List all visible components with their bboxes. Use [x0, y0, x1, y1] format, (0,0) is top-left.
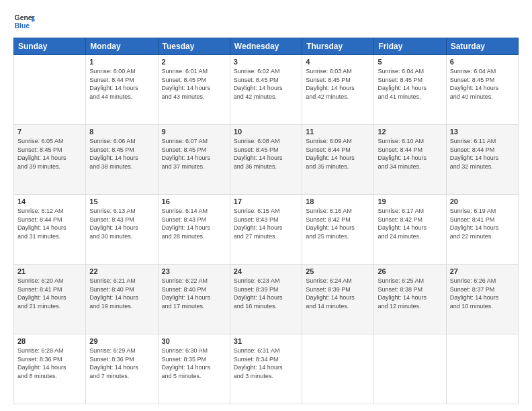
day-number: 21: [17, 267, 82, 275]
calendar-cell: 7Sunrise: 6:05 AMSunset: 8:45 PMDaylight…: [14, 125, 86, 195]
calendar-week-2: 7Sunrise: 6:05 AMSunset: 8:45 PMDaylight…: [14, 125, 519, 195]
day-number: 7: [17, 128, 82, 136]
calendar-cell: 19Sunrise: 6:17 AMSunset: 8:42 PMDayligh…: [374, 195, 446, 265]
day-number: 9: [162, 128, 226, 136]
weekday-header-saturday: Saturday: [446, 38, 518, 55]
calendar-cell: 8Sunrise: 6:06 AMSunset: 8:45 PMDaylight…: [86, 125, 158, 195]
weekday-header-wednesday: Wednesday: [230, 38, 302, 55]
day-info: Sunrise: 6:19 AMSunset: 8:41 PMDaylight:…: [450, 207, 515, 240]
calendar-cell: 11Sunrise: 6:09 AMSunset: 8:44 PMDayligh…: [302, 125, 374, 195]
calendar-cell: [374, 334, 446, 404]
day-info: Sunrise: 6:23 AMSunset: 8:39 PMDaylight:…: [234, 277, 298, 310]
calendar-cell: 2Sunrise: 6:01 AMSunset: 8:45 PMDaylight…: [158, 55, 230, 125]
calendar-body: 1Sunrise: 6:00 AMSunset: 8:44 PMDaylight…: [14, 55, 519, 404]
logo: General Blue: [13, 11, 35, 32]
svg-text:Blue: Blue: [15, 22, 30, 30]
page: General Blue SundayMondayTuesdayWednesda…: [0, 0, 532, 411]
day-info: Sunrise: 6:12 AMSunset: 8:44 PMDaylight:…: [17, 207, 82, 240]
day-info: Sunrise: 6:06 AMSunset: 8:45 PMDaylight:…: [89, 137, 154, 171]
day-number: 25: [306, 267, 370, 275]
day-info: Sunrise: 6:13 AMSunset: 8:43 PMDaylight:…: [89, 207, 154, 240]
logo-icon: General Blue: [13, 11, 35, 32]
day-number: 31: [234, 337, 298, 345]
day-info: Sunrise: 6:10 AMSunset: 8:44 PMDaylight:…: [378, 137, 442, 171]
day-info: Sunrise: 6:15 AMSunset: 8:43 PMDaylight:…: [234, 207, 298, 240]
calendar-cell: 3Sunrise: 6:02 AMSunset: 8:45 PMDaylight…: [230, 55, 302, 125]
calendar-week-1: 1Sunrise: 6:00 AMSunset: 8:44 PMDaylight…: [14, 55, 519, 125]
day-number: 26: [378, 267, 442, 275]
day-number: 29: [89, 337, 154, 345]
day-number: 15: [89, 197, 154, 205]
calendar-cell: 5Sunrise: 6:04 AMSunset: 8:45 PMDaylight…: [374, 55, 446, 125]
calendar-cell: 12Sunrise: 6:10 AMSunset: 8:44 PMDayligh…: [374, 125, 446, 195]
day-info: Sunrise: 6:22 AMSunset: 8:40 PMDaylight:…: [162, 277, 226, 310]
day-number: 5: [378, 58, 442, 66]
weekday-header-thursday: Thursday: [302, 38, 374, 55]
calendar-cell: 27Sunrise: 6:26 AMSunset: 8:37 PMDayligh…: [446, 265, 518, 334]
calendar-cell: 16Sunrise: 6:14 AMSunset: 8:43 PMDayligh…: [158, 195, 230, 265]
day-info: Sunrise: 6:24 AMSunset: 8:39 PMDaylight:…: [306, 277, 370, 310]
day-number: 3: [234, 58, 298, 66]
day-info: Sunrise: 6:11 AMSunset: 8:44 PMDaylight:…: [450, 137, 515, 171]
day-info: Sunrise: 6:20 AMSunset: 8:41 PMDaylight:…: [17, 277, 82, 310]
weekday-header-sunday: Sunday: [14, 38, 86, 55]
calendar-cell: 4Sunrise: 6:03 AMSunset: 8:45 PMDaylight…: [302, 55, 374, 125]
calendar-cell: 10Sunrise: 6:08 AMSunset: 8:45 PMDayligh…: [230, 125, 302, 195]
day-number: 23: [162, 267, 226, 275]
day-number: 13: [450, 128, 515, 136]
day-number: 12: [378, 128, 442, 136]
weekday-header-tuesday: Tuesday: [158, 38, 230, 55]
day-number: 30: [162, 337, 226, 345]
day-number: 18: [306, 197, 370, 205]
day-info: Sunrise: 6:08 AMSunset: 8:45 PMDaylight:…: [234, 137, 298, 171]
day-number: 28: [17, 337, 82, 345]
calendar-cell: 25Sunrise: 6:24 AMSunset: 8:39 PMDayligh…: [302, 265, 374, 334]
day-number: 24: [234, 267, 298, 275]
day-info: Sunrise: 6:30 AMSunset: 8:35 PMDaylight:…: [162, 347, 226, 380]
calendar-cell: [302, 334, 374, 404]
calendar-cell: 13Sunrise: 6:11 AMSunset: 8:44 PMDayligh…: [446, 125, 518, 195]
calendar-cell: 24Sunrise: 6:23 AMSunset: 8:39 PMDayligh…: [230, 265, 302, 334]
day-info: Sunrise: 6:09 AMSunset: 8:44 PMDaylight:…: [306, 137, 370, 171]
day-number: 1: [89, 58, 154, 66]
calendar-cell: 23Sunrise: 6:22 AMSunset: 8:40 PMDayligh…: [158, 265, 230, 334]
calendar-cell: 17Sunrise: 6:15 AMSunset: 8:43 PMDayligh…: [230, 195, 302, 265]
calendar-cell: 26Sunrise: 6:25 AMSunset: 8:38 PMDayligh…: [374, 265, 446, 334]
day-info: Sunrise: 6:28 AMSunset: 8:36 PMDaylight:…: [17, 347, 82, 380]
calendar-cell: 15Sunrise: 6:13 AMSunset: 8:43 PMDayligh…: [86, 195, 158, 265]
weekday-header-row: SundayMondayTuesdayWednesdayThursdayFrid…: [14, 38, 519, 55]
calendar-cell: 1Sunrise: 6:00 AMSunset: 8:44 PMDaylight…: [86, 55, 158, 125]
calendar-cell: 14Sunrise: 6:12 AMSunset: 8:44 PMDayligh…: [14, 195, 86, 265]
day-number: 10: [234, 128, 298, 136]
calendar-cell: [14, 55, 86, 125]
day-number: 22: [89, 267, 154, 275]
day-number: 14: [17, 197, 82, 205]
header: General Blue: [13, 11, 519, 32]
day-info: Sunrise: 6:02 AMSunset: 8:45 PMDaylight:…: [234, 67, 298, 101]
calendar-cell: 29Sunrise: 6:29 AMSunset: 8:36 PMDayligh…: [86, 334, 158, 404]
calendar-cell: 9Sunrise: 6:07 AMSunset: 8:45 PMDaylight…: [158, 125, 230, 195]
day-number: 27: [450, 267, 515, 275]
day-info: Sunrise: 6:16 AMSunset: 8:42 PMDaylight:…: [306, 207, 370, 240]
day-info: Sunrise: 6:01 AMSunset: 8:45 PMDaylight:…: [162, 67, 226, 101]
calendar-cell: [446, 334, 518, 404]
day-number: 20: [450, 197, 515, 205]
calendar-cell: 31Sunrise: 6:31 AMSunset: 8:34 PMDayligh…: [230, 334, 302, 404]
calendar-cell: 21Sunrise: 6:20 AMSunset: 8:41 PMDayligh…: [14, 265, 86, 334]
day-info: Sunrise: 6:14 AMSunset: 8:43 PMDaylight:…: [162, 207, 226, 240]
day-info: Sunrise: 6:25 AMSunset: 8:38 PMDaylight:…: [378, 277, 442, 310]
day-number: 11: [306, 128, 370, 136]
calendar-week-3: 14Sunrise: 6:12 AMSunset: 8:44 PMDayligh…: [14, 195, 519, 265]
calendar-cell: 22Sunrise: 6:21 AMSunset: 8:40 PMDayligh…: [86, 265, 158, 334]
day-info: Sunrise: 6:26 AMSunset: 8:37 PMDaylight:…: [450, 277, 515, 310]
day-info: Sunrise: 6:03 AMSunset: 8:45 PMDaylight:…: [306, 67, 370, 101]
weekday-header-monday: Monday: [86, 38, 158, 55]
day-info: Sunrise: 6:00 AMSunset: 8:44 PMDaylight:…: [89, 67, 154, 101]
calendar-cell: 30Sunrise: 6:30 AMSunset: 8:35 PMDayligh…: [158, 334, 230, 404]
day-number: 2: [162, 58, 226, 66]
day-number: 8: [89, 128, 154, 136]
day-info: Sunrise: 6:31 AMSunset: 8:34 PMDaylight:…: [234, 347, 298, 380]
day-info: Sunrise: 6:05 AMSunset: 8:45 PMDaylight:…: [17, 137, 82, 171]
weekday-header-friday: Friday: [374, 38, 446, 55]
day-info: Sunrise: 6:29 AMSunset: 8:36 PMDaylight:…: [89, 347, 154, 380]
